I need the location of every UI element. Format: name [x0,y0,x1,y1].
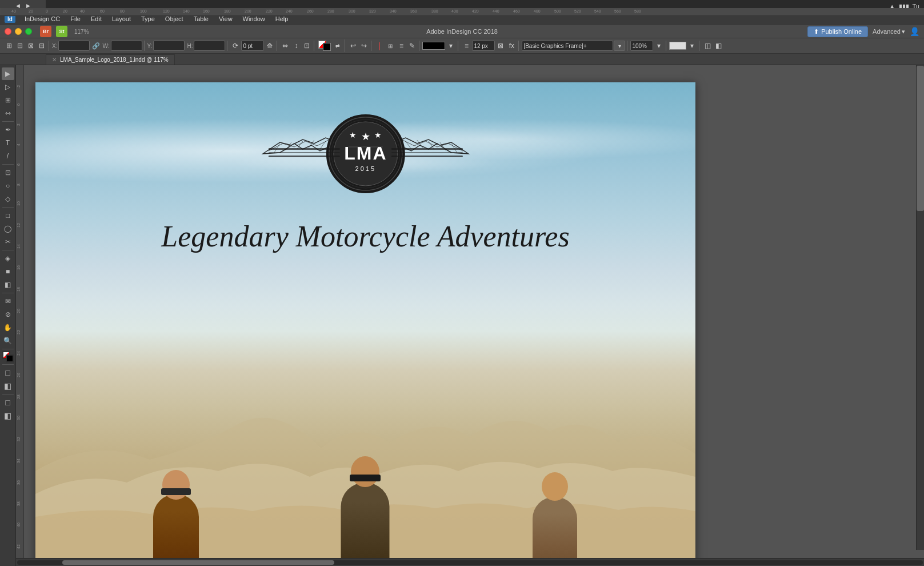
tool-separator-4 [2,250,14,250]
tool-note[interactable]: ✉ [2,295,14,308]
minimize-button[interactable] [15,28,22,35]
scrollbar-vertical[interactable] [916,65,924,550]
text-wrap-icon[interactable]: ≡ [396,41,406,51]
h-input[interactable] [194,41,225,51]
maximize-button[interactable] [25,28,32,35]
document-tab[interactable]: ✕ LMA_Sample_Logo_2018_1.indd @ 117% [46,54,175,65]
effects-icon[interactable]: fx [506,41,517,51]
flip-h-icon[interactable]: ⇔ [280,41,290,51]
advanced-label: Advanced [873,28,901,35]
tool-zoom[interactable]: 🔍 [2,334,14,347]
tool-ellipse[interactable]: ◯ [2,222,14,235]
opacity-options-icon[interactable]: ▾ [654,41,664,51]
svg-text:28: 28 [17,394,21,399]
advanced-button[interactable]: Advanced ▾ [873,28,905,35]
fill-color-preview[interactable] [669,42,686,50]
redo-icon[interactable]: ↪ [359,41,369,51]
zoom-display[interactable]: 117% [74,29,89,35]
toolbar-group-history: ↩ ↪ [346,41,371,51]
toggle-view-icon[interactable]: ◫ [702,41,713,51]
logo-container: ★ ★ ★ LMA 2015 [161,99,569,253]
tool-gradient-swatch[interactable]: ■ [2,265,14,278]
tool-gradient-feather[interactable]: ◧ [2,278,14,291]
publish-online-button[interactable]: ⬆ Publish Online [807,26,868,37]
toolbar-icon-cols[interactable]: ⊟ [37,41,47,51]
stroke-red-icon[interactable]: | [374,41,385,51]
svg-rect-82 [268,156,339,157]
style-dropdown-btn[interactable]: ▾ [614,41,625,51]
close-button[interactable] [5,28,11,35]
transform-icon[interactable]: ⊡ [302,41,312,51]
shear-icon: ⟰ [265,41,275,51]
swap-colors-icon[interactable]: ⇄ [333,41,343,51]
tool-selection[interactable]: ▶ [2,67,14,80]
x-input[interactable] [58,41,90,51]
user-icon[interactable]: 👤 [910,27,919,36]
fill-options-icon[interactable]: ▾ [446,41,456,51]
tool-free-transform[interactable]: ◈ [2,252,14,265]
toolbar-icon-grid[interactable]: ⊞ [4,41,14,51]
toolbar-icon-frame[interactable]: ⊠ [26,41,36,51]
tool-ellipse-frame[interactable]: ○ [2,180,14,192]
tab-close-icon[interactable]: ✕ [52,57,57,63]
story-icon[interactable]: ✎ [407,41,417,51]
proxy-icon[interactable]: ⊞ [385,41,395,51]
tool-apply-gradient[interactable]: ◧ [2,380,14,392]
tool-rect-frame[interactable]: ⊡ [2,166,14,179]
svg-rect-80 [268,148,339,150]
tool-line[interactable]: / [2,150,14,162]
lma-logo-svg: ★ ★ ★ LMA 2015 [257,99,474,208]
tool-polygon-frame[interactable]: ◇ [2,193,14,205]
tool-pen[interactable]: ✒ [2,123,14,136]
tool-scissors[interactable]: ✂ [2,236,14,248]
x-label: X: [52,43,57,49]
scroll-track[interactable] [17,560,923,565]
tool-hand[interactable]: ✋ [2,321,14,334]
toolbar-group-coords: X: 🔗 W: [50,41,145,51]
color-dropdown-icon[interactable]: ▾ [687,41,697,51]
stroke-weight-icon: ≡ [461,41,471,51]
flip-v-icon[interactable]: ↕ [291,41,301,51]
toggle-extra-icon[interactable]: ◧ [713,41,723,51]
angle-input[interactable]: 0 pt [241,41,264,51]
svg-text:32: 32 [17,437,21,441]
toolbar-icon-layout[interactable]: ⊟ [15,41,25,51]
foreground-background-colors[interactable] [2,351,14,362]
y-input[interactable] [153,41,185,51]
tool-preview-normal[interactable]: □ [2,396,14,409]
figure-3 [523,468,586,558]
style-input[interactable]: Basic Graphics Frame]+ [522,41,613,51]
figure-head-1 [162,470,190,500]
w-label: W: [102,43,109,49]
tool-type[interactable]: T [2,137,14,149]
tool-gap[interactable]: ⇿ [2,107,14,119]
tool-rect[interactable]: □ [2,209,14,222]
w-input[interactable] [111,41,142,51]
svg-text:★: ★ [374,130,382,139]
toolbar-group-fill: ▾ [421,41,458,51]
fill-swatch[interactable] [422,42,445,50]
tool-apply-color[interactable]: □ [2,366,14,379]
svg-text:6: 6 [17,164,21,166]
tool-separator-8 [2,394,14,394]
tool-preview-mode[interactable]: ◧ [2,409,14,422]
scroll-thumb[interactable] [62,560,334,565]
svg-text:10: 10 [17,201,21,206]
app-icon-id: Br [40,26,51,37]
tool-page[interactable]: ⊞ [2,94,14,106]
scrollbar-thumb-v[interactable] [917,66,924,211]
tool-separator-1 [2,121,14,122]
canvas-scroll[interactable]: ★ ★ ★ LMA 2015 [24,65,924,558]
undo-icon[interactable]: ↩ [348,41,358,51]
stroke-weight-input[interactable] [472,41,495,51]
svg-text:0: 0 [17,103,21,106]
svg-text:24: 24 [17,351,21,356]
tool-eyedropper[interactable]: ⊘ [2,308,14,321]
stroke-fill-colors[interactable] [317,39,332,52]
opacity-input[interactable]: 100% [630,41,653,51]
tool-direct-select[interactable]: ▷ [2,81,14,93]
svg-text:12: 12 [17,223,21,228]
stroke-align-icon[interactable]: ⊠ [495,41,506,51]
tagline-text: Legendary Motorcycle Adventures [161,220,569,253]
app-icon-st: St [56,26,67,37]
